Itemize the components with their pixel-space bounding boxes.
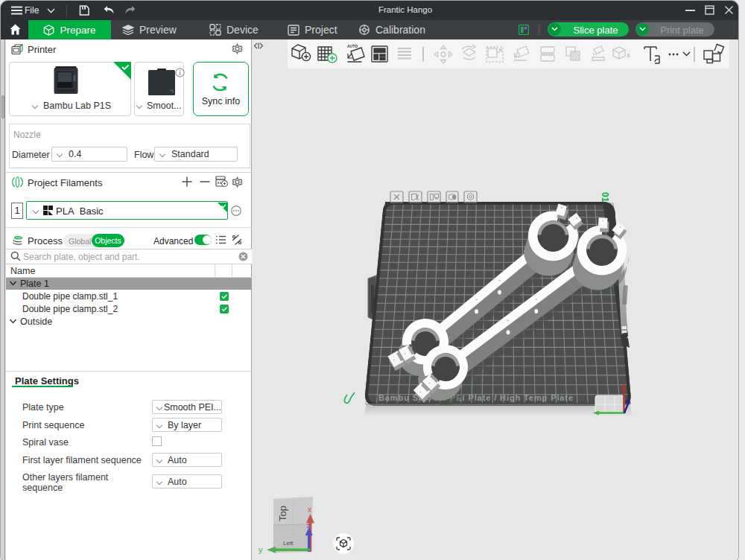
svg-text:Bambu Smooth PEI Plate / High: Bambu Smooth PEI Plate / High Temp Plate: [378, 393, 574, 402]
svg-text:y: y: [259, 545, 263, 554]
svg-text:AUTO: AUTO: [347, 44, 358, 48]
svg-text:x: x: [308, 506, 311, 514]
svg-text:Left: Left: [283, 540, 294, 547]
svg-text:01: 01: [600, 192, 610, 203]
svg-text:z: z: [307, 522, 311, 529]
svg-text:Top: Top: [277, 506, 288, 521]
